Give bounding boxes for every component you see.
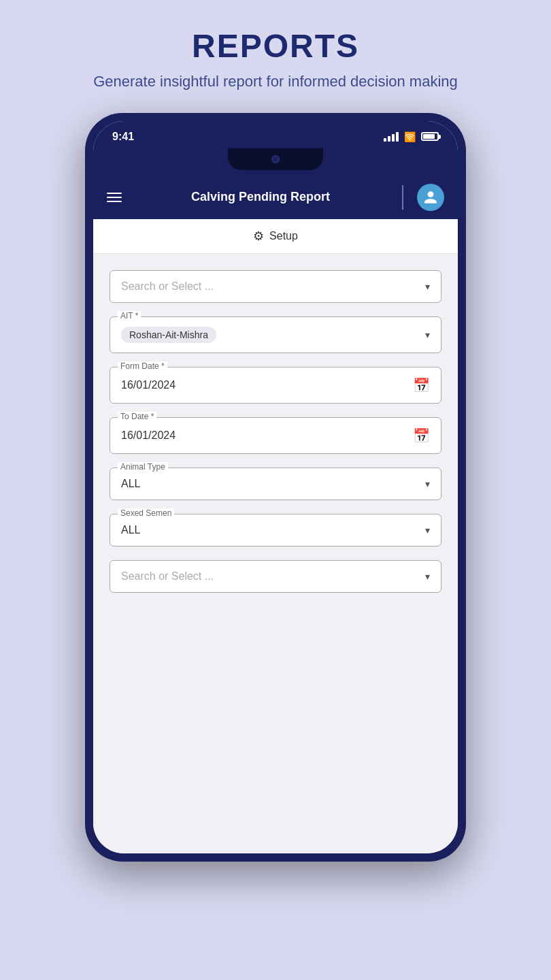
from-date-label: Form Date * bbox=[118, 361, 167, 371]
setup-label: Setup bbox=[269, 230, 298, 242]
calendar-icon-from: 📅 bbox=[413, 377, 430, 393]
notch-camera bbox=[271, 155, 280, 163]
sexed-semen-value: ALL bbox=[121, 524, 140, 536]
chevron-down-icon-2: ▾ bbox=[425, 571, 430, 582]
from-date-wrapper: Form Date * 16/01/2024 📅 bbox=[110, 367, 441, 404]
nav-divider bbox=[402, 185, 403, 210]
from-date-input[interactable]: 16/01/2024 📅 bbox=[110, 367, 441, 404]
sexed-semen-wrapper: Sexed Semen ALL ▾ bbox=[110, 514, 441, 546]
battery-icon bbox=[421, 132, 439, 141]
notch-area bbox=[93, 148, 458, 176]
animal-type-dropdown[interactable]: ALL ▾ bbox=[110, 468, 441, 500]
chevron-down-icon-ait: ▾ bbox=[425, 329, 430, 340]
status-icons: 🛜 bbox=[384, 131, 439, 142]
to-date-input[interactable]: 16/01/2024 📅 bbox=[110, 417, 441, 454]
hamburger-icon[interactable] bbox=[107, 190, 122, 205]
search-select-2-dropdown[interactable]: Search or Select ... ▾ bbox=[110, 560, 441, 593]
to-date-label: To Date * bbox=[118, 412, 156, 421]
notch bbox=[228, 148, 323, 170]
ait-wrapper: AIT * Roshan-Ait-Mishra ▾ bbox=[110, 316, 441, 353]
sexed-semen-label: Sexed Semen bbox=[118, 508, 174, 518]
page-title: REPORTS bbox=[93, 27, 458, 65]
animal-type-label: Animal Type bbox=[118, 462, 168, 472]
content-area: ⚙ Setup Search or Select ... ▾ AIT * Ros… bbox=[93, 219, 458, 853]
signal-bars-icon bbox=[384, 132, 399, 142]
animal-type-value: ALL bbox=[121, 478, 140, 490]
gear-icon: ⚙ bbox=[253, 229, 264, 244]
chevron-down-icon-1: ▾ bbox=[425, 281, 430, 292]
chevron-down-icon-animal: ▾ bbox=[425, 478, 430, 489]
ait-dropdown[interactable]: Roshan-Ait-Mishra ▾ bbox=[110, 316, 441, 353]
setup-bar[interactable]: ⚙ Setup bbox=[93, 219, 458, 254]
page-header: REPORTS Generate insightful report for i… bbox=[52, 0, 499, 113]
search-select-1-text: Search or Select ... bbox=[121, 280, 214, 293]
top-nav: Calving Pending Report bbox=[93, 176, 458, 219]
sexed-semen-dropdown[interactable]: ALL ▾ bbox=[110, 514, 441, 546]
ait-value: Roshan-Ait-Mishra bbox=[121, 327, 216, 343]
nav-title: Calving Pending Report bbox=[133, 190, 388, 204]
avatar[interactable] bbox=[417, 184, 444, 211]
to-date-value: 16/01/2024 bbox=[121, 429, 176, 442]
chevron-down-icon-semen: ▾ bbox=[425, 525, 430, 536]
animal-type-wrapper: Animal Type ALL ▾ bbox=[110, 468, 441, 500]
wifi-icon: 🛜 bbox=[404, 131, 416, 142]
phone-mockup: 9:41 🛜 Calv bbox=[85, 113, 466, 862]
phone-inner: 9:41 🛜 Calv bbox=[93, 121, 458, 853]
status-time: 9:41 bbox=[112, 131, 134, 143]
from-date-value: 16/01/2024 bbox=[121, 379, 176, 391]
search-select-1-dropdown[interactable]: Search or Select ... ▾ bbox=[110, 270, 441, 303]
status-bar: 9:41 🛜 bbox=[93, 121, 458, 148]
search-select-2-text: Search or Select ... bbox=[121, 570, 214, 583]
page-subtitle: Generate insightful report for informed … bbox=[93, 71, 458, 93]
to-date-wrapper: To Date * 16/01/2024 📅 bbox=[110, 417, 441, 454]
ait-label: AIT * bbox=[118, 311, 141, 321]
calendar-icon-to: 📅 bbox=[413, 427, 430, 444]
form-section: Search or Select ... ▾ AIT * Roshan-Ait-… bbox=[93, 254, 458, 606]
